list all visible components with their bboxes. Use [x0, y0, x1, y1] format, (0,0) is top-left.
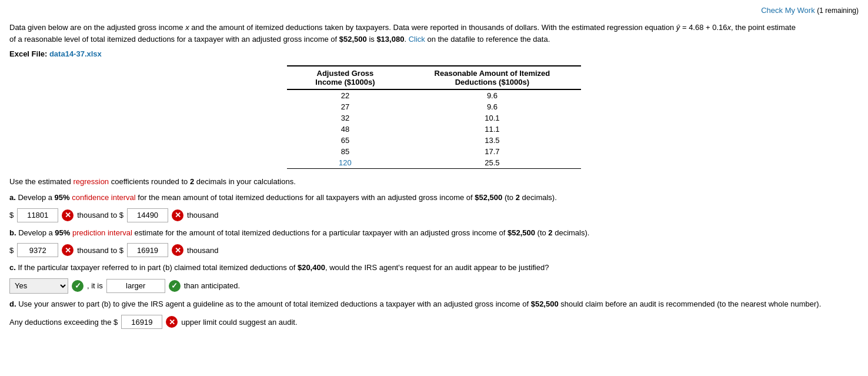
- part-a-error2: ✕: [172, 209, 183, 221]
- col1-header: Adjusted Gross Income ($1000s): [287, 66, 403, 89]
- table-cell-deduction: 25.5: [403, 157, 581, 169]
- part-b-error2: ✕: [172, 244, 183, 256]
- table-cell-deduction: 10.1: [403, 112, 581, 124]
- table-cell-income: 85: [287, 146, 403, 157]
- part-c-label2: than anticipated.: [184, 281, 240, 290]
- part-b-label2: thousand: [187, 246, 219, 255]
- table-cell-income: 27: [287, 101, 403, 112]
- part-c-label1: , it is: [87, 281, 103, 290]
- table-row: 279.6: [287, 101, 581, 112]
- table-cell-deduction: 11.1: [403, 124, 581, 135]
- part-d-label: d. Use your answer to part (b) to give t…: [9, 298, 859, 311]
- data-table: Adjusted Gross Income ($1000s) Reasonabl…: [287, 65, 581, 169]
- table-cell-income: 48: [287, 124, 403, 135]
- part-c-input-larger[interactable]: [106, 279, 165, 293]
- part-a-label1: thousand to $: [77, 211, 123, 219]
- part-a-error1: ✕: [62, 209, 74, 221]
- excel-file-link[interactable]: data14-37.xlsx: [49, 49, 102, 58]
- table-cell-deduction: 17.7: [403, 146, 581, 157]
- table-cell-income: 22: [287, 89, 403, 101]
- table-row: 4811.1: [287, 124, 581, 135]
- part-a-dollar1: $: [9, 211, 14, 219]
- excel-file-label: Excel File: data14-37.xlsx: [9, 49, 859, 58]
- part-b-input2[interactable]: [127, 243, 168, 257]
- table-cell-deduction: 13.5: [403, 135, 581, 146]
- part-a-inputs: $ ✕ thousand to $ ✕ thousand: [9, 208, 859, 222]
- table-cell-deduction: 9.6: [403, 101, 581, 112]
- part-a-input1[interactable]: [17, 208, 58, 222]
- table-row: 8517.7: [287, 146, 581, 157]
- part-b-error1: ✕: [62, 244, 74, 256]
- col2-header: Reasonable Amount of Itemized Deductions…: [403, 66, 581, 89]
- section-note: Use the estimated regression coefficient…: [9, 177, 859, 186]
- part-d-prefix: Any deductions exceeding the $: [9, 318, 118, 327]
- table-row: 12025.5: [287, 157, 581, 169]
- part-d-suffix: upper limit could suggest an audit.: [181, 318, 297, 327]
- part-c-check2: ✓: [169, 280, 181, 292]
- table-row: 6513.5: [287, 135, 581, 146]
- description-line1: Data given below are on the adjusted gro…: [9, 23, 796, 32]
- remaining-count: (1 remaining): [817, 6, 859, 15]
- table-cell-income: 120: [287, 157, 403, 169]
- part-a-label: a. Develop a 95% confidence interval for…: [9, 192, 859, 204]
- part-c-check1: ✓: [72, 280, 84, 292]
- table-cell-income: 32: [287, 112, 403, 124]
- description-line2: of a reasonable level of total itemized …: [9, 35, 550, 44]
- check-my-work-link[interactable]: Check My Work: [761, 6, 815, 15]
- description-block: Data given below are on the adjusted gro…: [9, 22, 859, 45]
- part-d-error: ✕: [166, 316, 178, 328]
- part-b-input1[interactable]: [17, 243, 58, 257]
- part-d-inputs: Any deductions exceeding the $ ✕ upper l…: [9, 315, 859, 329]
- part-c-inputs: Yes No ✓ , it is ✓ than anticipated.: [9, 278, 859, 294]
- part-b-label1: thousand to $: [77, 246, 123, 255]
- part-d-input[interactable]: [121, 315, 162, 329]
- table-cell-income: 65: [287, 135, 403, 146]
- table-cell-deduction: 9.6: [403, 89, 581, 101]
- part-a-label2: thousand: [187, 211, 219, 219]
- part-a-input2[interactable]: [127, 208, 168, 222]
- part-c-label: c. If the particular taxpayer referred t…: [9, 262, 859, 274]
- part-b-inputs: $ ✕ thousand to $ ✕ thousand: [9, 243, 859, 257]
- table-row: 3210.1: [287, 112, 581, 124]
- top-bar: Check My Work (1 remaining): [9, 6, 859, 15]
- part-b-dollar1: $: [9, 246, 14, 255]
- part-b-label: b. Develop a 95% prediction interval est…: [9, 227, 859, 239]
- table-row: 229.6: [287, 89, 581, 101]
- data-table-wrapper: Adjusted Gross Income ($1000s) Reasonabl…: [9, 65, 859, 169]
- part-c-dropdown1[interactable]: Yes No: [9, 278, 68, 294]
